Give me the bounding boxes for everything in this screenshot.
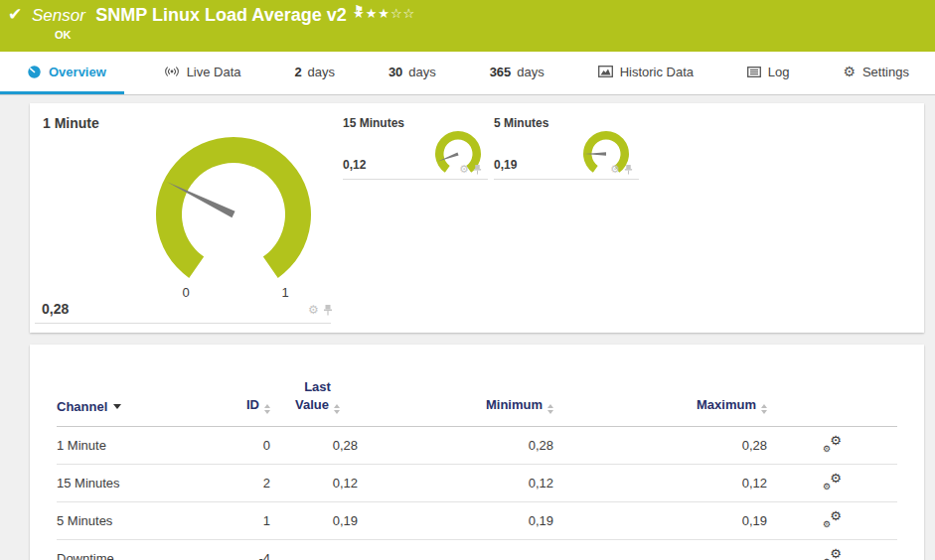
tab-365-days[interactable]: 365 days bbox=[476, 52, 558, 94]
gauges-panel: 1 Minute 0 1 0,28 ⚙ 15 Minutes 0,12 ⚙ 5 … bbox=[30, 103, 924, 333]
channel-minimum: 0,28 bbox=[365, 426, 553, 464]
column-header-actions bbox=[767, 345, 897, 426]
pin-icon[interactable] bbox=[624, 165, 633, 175]
gauge-value-1min: 0,28 bbox=[42, 301, 69, 317]
tab-bar: Overview Live Data 2 days 30 days 365 da… bbox=[0, 52, 935, 95]
channel-last-value: 0,28 bbox=[270, 426, 365, 464]
channel-settings-gears-icon[interactable]: ⚙⚙ bbox=[823, 549, 842, 560]
gauge-title-1min: 1 Minute bbox=[43, 115, 99, 131]
table-row[interactable]: 5 Minutes 1 0,19 0,19 0,19 ⚙⚙ bbox=[57, 501, 897, 539]
tab-label: days bbox=[308, 65, 335, 79]
tab-label: days bbox=[408, 65, 435, 79]
channel-minimum: 0,19 bbox=[365, 501, 553, 539]
channel-id: 2 bbox=[216, 464, 270, 501]
channel-minimum: 0,12 bbox=[365, 464, 553, 501]
divider bbox=[494, 179, 639, 180]
pin-icon[interactable] bbox=[473, 165, 482, 175]
gauge-chart-1min bbox=[144, 133, 323, 302]
tab-log[interactable]: Log bbox=[733, 52, 804, 94]
tab-settings[interactable]: ⚙ Settings bbox=[829, 52, 923, 94]
channel-id: 1 bbox=[216, 501, 270, 539]
tab-overview[interactable]: Overview bbox=[0, 52, 124, 94]
channel-name: Downtime bbox=[57, 539, 216, 560]
channel-id: -4 bbox=[216, 539, 270, 560]
column-header-id[interactable]: ID bbox=[216, 345, 270, 426]
gauge-controls-5min: ⚙ bbox=[610, 164, 633, 175]
channel-last-value: 0,19 bbox=[270, 501, 365, 539]
log-icon bbox=[747, 67, 761, 77]
channel-maximum: 0,19 bbox=[553, 501, 767, 539]
sensor-kind-label: Sensor bbox=[32, 6, 85, 25]
channels-table-panel: Channel ID Last Value Minimum Maximum bbox=[30, 345, 924, 560]
channel-name: 1 Minute bbox=[57, 426, 216, 464]
sort-icon bbox=[264, 404, 270, 414]
sensor-status-badge: OK bbox=[55, 29, 72, 41]
gauge-max-label: 1 bbox=[275, 285, 295, 300]
column-header-channel[interactable]: Channel bbox=[57, 345, 216, 426]
tab-label: Overview bbox=[49, 65, 106, 79]
table-row[interactable]: 1 Minute 0 0,28 0,28 0,28 ⚙⚙ bbox=[57, 426, 897, 464]
gauge-settings-icon[interactable]: ⚙ bbox=[610, 164, 620, 175]
divider bbox=[35, 323, 331, 324]
tab-live-data[interactable]: Live Data bbox=[150, 52, 255, 94]
gauge-settings-icon[interactable]: ⚙ bbox=[308, 304, 319, 316]
channel-settings-gears-icon[interactable]: ⚙⚙ bbox=[823, 511, 842, 527]
gauge-controls-1min: ⚙ bbox=[308, 304, 333, 316]
column-header-minimum[interactable]: Minimum bbox=[365, 345, 553, 426]
column-header-last-value[interactable]: Last Value bbox=[270, 345, 365, 426]
table-header-row: Channel ID Last Value Minimum Maximum bbox=[57, 345, 897, 426]
gauge-value-15min: 0,12 bbox=[343, 158, 366, 172]
table-row[interactable]: Downtime -4 ⚙⚙ bbox=[57, 539, 897, 560]
gauge-settings-icon[interactable]: ⚙ bbox=[459, 164, 469, 175]
divider bbox=[343, 179, 488, 180]
channel-last-value: 0,12 bbox=[270, 464, 365, 501]
tab-label: Settings bbox=[862, 65, 909, 79]
sort-icon bbox=[761, 404, 767, 414]
channel-settings-gears-icon[interactable]: ⚙⚙ bbox=[823, 436, 842, 452]
live-data-icon bbox=[164, 66, 180, 77]
tab-label: days bbox=[517, 65, 544, 79]
column-header-maximum[interactable]: Maximum bbox=[553, 345, 767, 426]
channel-maximum: 0,28 bbox=[553, 426, 767, 464]
channels-table: Channel ID Last Value Minimum Maximum bbox=[57, 345, 897, 560]
sorted-desc-icon bbox=[113, 404, 121, 409]
historic-data-icon bbox=[598, 66, 613, 77]
gauge-value-5min: 0,19 bbox=[494, 158, 517, 172]
tab-2-days[interactable]: 2 days bbox=[280, 52, 349, 94]
tab-30-days[interactable]: 30 days bbox=[375, 52, 450, 94]
star-rating[interactable]: ★★★☆☆ bbox=[353, 6, 415, 21]
sensor-title: SNMP Linux Load Average v2 bbox=[95, 5, 346, 25]
channel-id: 0 bbox=[216, 426, 270, 464]
gauge-title-15min: 15 Minutes bbox=[343, 116, 404, 130]
gauge-title-5min: 5 Minutes bbox=[494, 116, 548, 130]
status-check-icon: ✔ bbox=[8, 4, 22, 24]
channel-last-value bbox=[270, 539, 365, 560]
channel-name: 5 Minutes bbox=[57, 501, 216, 539]
channel-maximum bbox=[553, 539, 767, 560]
table-row[interactable]: 15 Minutes 2 0,12 0,12 0,12 ⚙⚙ bbox=[57, 464, 897, 501]
gauge-icon bbox=[27, 65, 42, 79]
tab-label: Live Data bbox=[187, 65, 241, 79]
channel-name: 15 Minutes bbox=[57, 464, 216, 501]
pin-icon[interactable] bbox=[323, 305, 333, 316]
tab-historic-data[interactable]: Historic Data bbox=[584, 52, 707, 94]
gauge-controls-15min: ⚙ bbox=[459, 164, 482, 175]
tab-label: Log bbox=[768, 65, 790, 79]
channel-minimum bbox=[365, 539, 553, 560]
gauge-min-label: 0 bbox=[176, 285, 196, 300]
channel-maximum: 0,12 bbox=[553, 464, 767, 501]
sensor-header: ✔ Sensor SNMP Linux Load Average v2 ⚑ ★★… bbox=[0, 0, 935, 52]
channel-settings-gears-icon[interactable]: ⚙⚙ bbox=[823, 474, 842, 490]
sort-icon bbox=[334, 404, 340, 414]
tab-label: Historic Data bbox=[620, 65, 694, 79]
sort-icon bbox=[547, 404, 553, 414]
